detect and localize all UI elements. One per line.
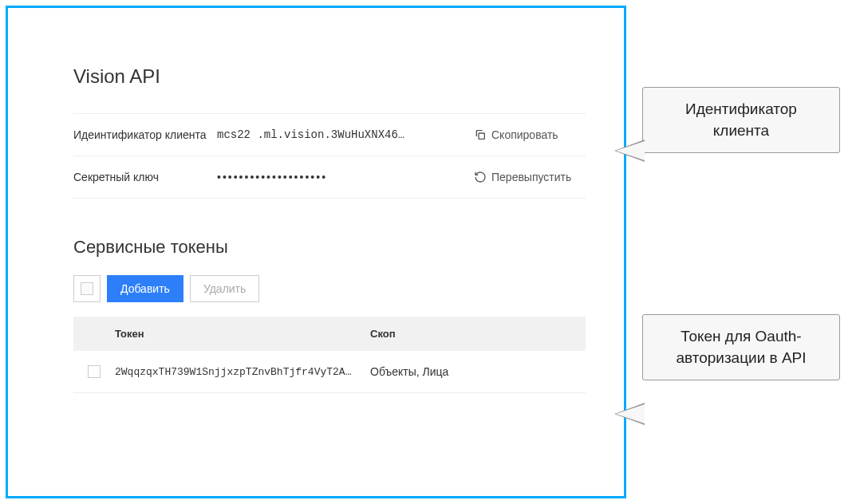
callout-client-id: Идентификатор клиента — [642, 87, 840, 153]
select-all-checkbox[interactable] — [73, 275, 101, 302]
header-scope-column: Скоп — [370, 328, 586, 340]
secret-key-row: Секретный ключ •••••••••••••••••••• Пере… — [73, 156, 586, 199]
client-id-label: Идеинтификатор клиента — [73, 128, 217, 141]
tokens-title: Сервисные токены — [73, 237, 586, 258]
header-token-column: Токен — [115, 328, 370, 340]
copy-label: Скопировать — [491, 128, 558, 141]
svg-rect-0 — [479, 133, 484, 139]
table-row: 2WqqzqxTH739W1SnjjxzpTZnvBhTjfr4VyT2A… О… — [73, 351, 586, 393]
copy-icon — [474, 128, 487, 141]
add-token-button[interactable]: Добавить — [107, 275, 183, 302]
client-id-value-text: mcs22 .ml.vision.3WuHuXNX46… — [217, 128, 404, 141]
tokens-table-header: Токен Скоп — [73, 317, 586, 351]
reissue-label: Перевыпустить — [491, 171, 571, 183]
delete-token-button[interactable]: Удалить — [190, 275, 259, 302]
token-value-cell: 2WqqzqxTH739W1SnjjxzpTZnvBhTjfr4VyT2A… — [115, 366, 370, 378]
secret-key-label: Секретный ключ — [73, 171, 217, 183]
client-id-value: mcs22 .ml.vision.3WuHuXNX46… — [217, 128, 474, 141]
checkbox-inner — [81, 282, 93, 295]
client-id-row: Идеинтификатор клиента mcs22 .ml.vision.… — [73, 113, 586, 156]
token-scope-cell: Объекты, Лица — [370, 365, 586, 378]
main-panel: Vision API Идеинтификатор клиента mcs22 … — [6, 6, 626, 498]
callout-oauth-token: Токен для Oauth-авторизации в API — [642, 314, 840, 380]
callout-pointer-1 — [614, 140, 645, 162]
refresh-icon — [474, 171, 487, 183]
row-checkbox-cell — [73, 365, 115, 378]
tokens-section: Сервисные токены Добавить Удалить Токен … — [73, 237, 586, 393]
section-title: Vision API — [73, 65, 586, 88]
row-checkbox[interactable] — [88, 365, 101, 378]
secret-key-value: •••••••••••••••••••• — [217, 171, 474, 183]
reissue-secret-button[interactable]: Перевыпустить — [474, 171, 586, 183]
copy-client-id-button[interactable]: Скопировать — [474, 128, 586, 141]
callout-pointer-2 — [614, 403, 645, 425]
tokens-toolbar: Добавить Удалить — [73, 275, 586, 302]
